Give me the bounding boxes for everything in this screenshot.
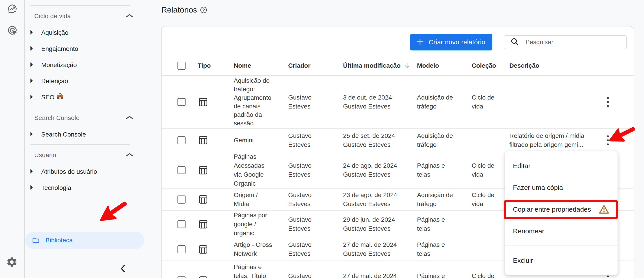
arrow-right-icon bbox=[30, 46, 33, 52]
nav-item-seo[interactable]: SEO bbox=[25, 92, 152, 103]
cell-ultima-modificacao: 27 de mai. de 2024Gustavo Esteves bbox=[343, 238, 417, 260]
text-line: telas bbox=[417, 249, 456, 258]
page-header: Relatórios ? bbox=[161, 6, 207, 14]
cell-colecao bbox=[472, 129, 509, 152]
nav-item-engajamento[interactable]: Engajamento bbox=[25, 44, 152, 54]
sidebar-item-biblioteca[interactable]: Biblioteca bbox=[25, 232, 144, 249]
chevron-up-icon bbox=[126, 14, 133, 19]
cell-colecao: Ciclo devida bbox=[472, 152, 509, 188]
cell-nome: Páginas porgoogle /organic bbox=[234, 211, 288, 238]
cell-tipo bbox=[198, 152, 234, 188]
cell-criador: GustavoEsteves bbox=[288, 152, 343, 188]
nav-item-monetizacao[interactable]: Monetização bbox=[25, 60, 152, 70]
table-chart-icon bbox=[199, 166, 234, 174]
text-line: Gustavo Esteves bbox=[343, 102, 412, 111]
row-checkbox[interactable] bbox=[178, 136, 186, 144]
annotation-arrow-biblioteca bbox=[96, 199, 130, 224]
table-row: GeminiGustavoEsteves25 de set. de 2024Gu… bbox=[162, 129, 634, 152]
select-all-checkbox[interactable] bbox=[178, 62, 186, 70]
row-checkbox[interactable] bbox=[178, 276, 186, 278]
text-line: Páginas e bbox=[234, 262, 282, 271]
cell-colecao bbox=[472, 211, 509, 238]
more-vert-icon bbox=[607, 97, 609, 107]
chevron-left-icon bbox=[120, 265, 125, 273]
nav-section-search-console[interactable]: Search Console bbox=[25, 113, 152, 123]
table-header-row: Tipo Nome Criador Última modificação Mod… bbox=[162, 56, 634, 76]
divider bbox=[30, 5, 130, 6]
reports-nav-button[interactable] bbox=[8, 4, 17, 14]
nav-item-search-console[interactable]: Search Console bbox=[25, 129, 152, 140]
text-line: Esteves bbox=[288, 170, 330, 179]
arrow-right-icon bbox=[30, 132, 33, 137]
row-checkbox[interactable] bbox=[178, 98, 186, 106]
text-line: Gustavo bbox=[288, 93, 330, 102]
text-line: Aquisição de bbox=[417, 93, 456, 102]
cell-colecao: Ciclo devida bbox=[472, 189, 509, 210]
text-line: Organic bbox=[234, 179, 282, 188]
text-line: Gustavo Esteves bbox=[343, 199, 412, 208]
cell-tipo bbox=[198, 238, 234, 260]
cell-nome: Artigo - CrossNetwork bbox=[234, 238, 288, 260]
divider bbox=[30, 255, 134, 255]
nav-item-aquisicao[interactable]: Aquisição bbox=[25, 27, 152, 38]
text-line: Páginas por bbox=[234, 211, 282, 220]
row-checkbox[interactable] bbox=[178, 245, 186, 253]
text-line: 27 de mai. de 2024 bbox=[343, 271, 412, 278]
table-chart-icon bbox=[199, 245, 234, 253]
arrow-right-icon bbox=[30, 62, 33, 68]
settings-button[interactable] bbox=[6, 256, 16, 266]
nav-section-usuario[interactable]: Usuário bbox=[25, 150, 152, 160]
row-checkbox[interactable] bbox=[178, 195, 186, 204]
context-menu: Editar Fazer uma cópia Copiar entre prop… bbox=[505, 151, 618, 275]
text-line: Network bbox=[234, 249, 282, 258]
text-line: Aquisição de bbox=[417, 131, 456, 140]
menu-item-excluir[interactable]: Excluir bbox=[505, 249, 618, 271]
text-line: google / bbox=[234, 220, 282, 229]
text-line: Aquisição de bbox=[417, 191, 456, 199]
cell-modelo: Páginas etelas bbox=[417, 261, 472, 278]
text-line: 3 de out. de 2024 bbox=[343, 93, 412, 102]
cell-ultima-modificacao: 25 de set. de 2024Gustavo Esteves bbox=[343, 129, 417, 152]
help-icon[interactable]: ? bbox=[200, 7, 207, 14]
table-chart-icon bbox=[199, 98, 234, 106]
cell-criador: GustavoEsteves bbox=[288, 261, 343, 278]
table-chart-icon bbox=[199, 136, 234, 144]
search-input[interactable] bbox=[526, 39, 626, 46]
cell-nome: Gemini bbox=[234, 129, 288, 152]
menu-item-editar[interactable]: Editar bbox=[505, 155, 618, 177]
text-line: Páginas e bbox=[417, 271, 456, 278]
nav-section-ciclo-de-vida[interactable]: Ciclo de vida bbox=[25, 11, 152, 21]
arrow-right-icon bbox=[30, 169, 33, 175]
explore-nav-button[interactable] bbox=[8, 25, 17, 35]
column-header-ultima-modificacao[interactable]: Última modificação bbox=[343, 56, 417, 75]
table-chart-icon bbox=[199, 220, 234, 228]
text-line: Esteves bbox=[288, 224, 330, 233]
cell-select bbox=[162, 261, 198, 278]
row-menu-button[interactable] bbox=[605, 274, 611, 278]
text-line: Aquisição de bbox=[234, 77, 282, 85]
column-header-nome: Nome bbox=[234, 56, 288, 75]
nav-item-tecnologia[interactable]: Tecnologia bbox=[25, 182, 152, 193]
create-report-button[interactable]: Criar novo relatório bbox=[410, 34, 492, 51]
text-line: 29 de jun. de 2024 bbox=[343, 215, 412, 224]
nav-item-atributos-do-usuario[interactable]: Atributos do usuário bbox=[25, 166, 152, 177]
row-menu-button[interactable] bbox=[605, 96, 611, 108]
menu-item-fazer-uma-copia[interactable]: Fazer uma cópia bbox=[505, 177, 618, 198]
row-checkbox[interactable] bbox=[178, 166, 186, 174]
column-header-descricao: Descrição bbox=[509, 56, 586, 75]
text-line: 23 de ago. de 2024 bbox=[343, 191, 412, 199]
search-box bbox=[504, 35, 627, 49]
text-line: Páginas e bbox=[417, 240, 456, 249]
text-line: Gustavo bbox=[288, 240, 330, 249]
menu-item-copiar-entre-propriedades[interactable]: Copiar entre propriedades bbox=[505, 198, 618, 220]
cell-criador: GustavoEsteves bbox=[288, 189, 343, 210]
menu-item-renomear[interactable]: Renomear bbox=[505, 220, 618, 242]
text-line: telas: Título bbox=[234, 271, 282, 278]
row-checkbox[interactable] bbox=[178, 220, 186, 228]
arrow-right-icon bbox=[30, 94, 33, 100]
text-line: via Google bbox=[234, 170, 282, 179]
text-line: Ciclo de bbox=[472, 271, 500, 278]
nav-item-retencao[interactable]: Retenção bbox=[25, 76, 152, 87]
collapse-sidebar-button[interactable] bbox=[116, 263, 129, 275]
text-line: 24 de ago. de 2024 bbox=[343, 161, 412, 170]
